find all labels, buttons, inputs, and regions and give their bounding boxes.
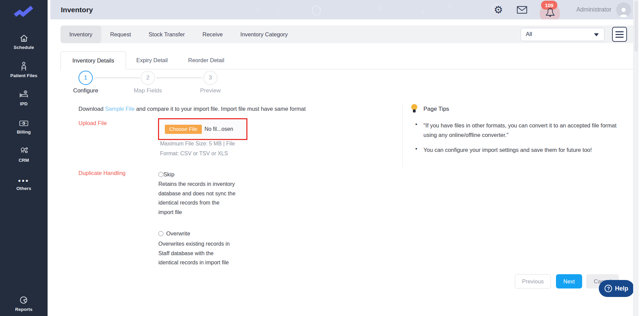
module-tabbar: Inventory Request Stock Transfer Receive…	[60, 25, 638, 43]
vertical-scrollbar[interactable]	[633, 0, 639, 316]
balloon-decoration	[312, 5, 321, 16]
network-icon	[19, 145, 29, 156]
skip-radio-label[interactable]: Skip	[163, 171, 174, 177]
tab-request[interactable]: Request	[101, 25, 140, 43]
sidebar-item-label: Schedule	[14, 45, 34, 50]
tab-stock-transfer[interactable]: Stock Transfer	[140, 25, 193, 43]
bullet-icon: •	[415, 121, 423, 140]
step-label-configure: Configure	[58, 87, 113, 94]
import-instructions: Download Sample File and compare it to y…	[79, 106, 306, 112]
previous-button[interactable]: Previous	[515, 274, 551, 288]
ellipsis-icon: •••	[18, 174, 29, 184]
sidebar-item-schedule[interactable]: Schedule	[14, 33, 34, 50]
sidebar-item-label: CRM	[19, 158, 29, 163]
subtab-expiry-detail[interactable]: Expiry Detail	[126, 51, 178, 69]
page-title: Inventory	[61, 6, 93, 14]
sidebar-item-billing[interactable]: 1 Billing	[17, 117, 31, 135]
sidebar-item-label: IPD	[20, 101, 28, 106]
sidebar-item-label: Billing	[17, 129, 31, 135]
sidebar: Schedule Patient Files IPD	[0, 0, 48, 316]
sidebar-item-others[interactable]: ••• Others	[16, 174, 31, 191]
tip-text: "If you have files in other formats, you…	[423, 121, 627, 140]
overwrite-description: Overwrites existing records in Staff dat…	[158, 239, 230, 267]
page-tips-header: Page Tips	[411, 104, 449, 114]
tip-item: • You can configure your import settings…	[415, 145, 627, 155]
upload-file-label: Upload File	[79, 120, 107, 126]
patient-icon	[19, 61, 28, 71]
home-icon	[19, 33, 29, 43]
banknote-icon: 1	[19, 117, 29, 127]
instructions-suffix: and compare it to your import file. Impo…	[135, 106, 306, 112]
duplicate-handling-label: Duplicate Handling	[79, 170, 126, 176]
sidebar-item-crm[interactable]: CRM	[19, 145, 29, 163]
top-header: ☆ ☆ ☆ ☆ ☆ Inventory ⚙ 109	[50, 0, 639, 19]
sidebar-item-label: Others	[16, 186, 31, 191]
no-file-chosen-text: No fil...osen	[205, 126, 233, 132]
subtab-reorder-detail[interactable]: Reorder Detail	[178, 51, 234, 69]
tab-inventory-category[interactable]: Inventory Category	[231, 25, 296, 43]
overwrite-radio-button[interactable]	[158, 231, 163, 236]
step-circle-3[interactable]: 3	[203, 71, 217, 85]
tab-receive[interactable]: Receive	[194, 25, 232, 43]
user-name[interactable]: Administrator	[576, 6, 611, 13]
detail-subtabs: Inventory Details Expiry Detail Reorder …	[60, 51, 639, 69]
filter-dropdown[interactable]: All	[521, 28, 605, 41]
tip-text: You can configure your import settings a…	[423, 145, 627, 155]
bed-icon	[19, 89, 29, 99]
notifications-bell[interactable]: 109	[539, 0, 561, 19]
sidebar-item-reports[interactable]: Reports	[0, 295, 48, 312]
tip-item: • "If you have files in other formats, y…	[415, 121, 627, 140]
file-size-format-hint: Maximum File Size: 5 MB | File Format: C…	[160, 139, 243, 158]
filter-dropdown-value: All	[526, 31, 532, 38]
confetti-decoration: ☆	[275, 10, 280, 16]
hamburger-menu-button[interactable]	[612, 27, 627, 42]
choose-file-button[interactable]: Choose File	[165, 125, 202, 134]
step-label-map-fields: Map Fields	[121, 87, 175, 94]
sidebar-item-ipd[interactable]: IPD	[19, 89, 29, 106]
pie-chart-icon	[19, 295, 29, 305]
overwrite-radio-label[interactable]: Overwrite	[166, 230, 190, 236]
settings-gear-icon[interactable]: ⚙	[494, 5, 503, 15]
svg-text:1: 1	[23, 122, 25, 125]
step-circle-2[interactable]: 2	[141, 71, 155, 85]
app-logo-icon[interactable]	[0, 3, 48, 22]
skip-description: Retains the records in inventory databas…	[158, 179, 236, 217]
scrollbar-thumb[interactable]	[634, 1, 638, 52]
skip-radio-row: Skip	[158, 171, 174, 178]
bell-icon	[544, 8, 556, 18]
mail-icon[interactable]	[517, 5, 527, 14]
step-connector	[94, 77, 140, 78]
overwrite-radio-row: Overwrite	[158, 230, 190, 237]
avatar[interactable]	[616, 2, 631, 17]
confetti-decoration: ☆	[421, 9, 425, 15]
confetti-decoration: ☆	[377, 3, 383, 12]
question-mark-icon: ?	[605, 285, 612, 292]
tab-inventory[interactable]: Inventory	[60, 25, 101, 43]
instructions-prefix: Download	[79, 106, 105, 112]
confetti-decoration: ☆	[446, 2, 453, 11]
file-input-highlighted[interactable]: Choose File No fil...osen	[158, 118, 247, 140]
sidebar-item-label: Patient Files	[10, 73, 37, 78]
help-button-label: Help	[615, 285, 628, 292]
sidebar-item-patient-files[interactable]: Patient Files	[10, 61, 37, 78]
subtab-inventory-details[interactable]: Inventory Details	[60, 51, 126, 70]
bullet-icon: •	[415, 145, 423, 155]
step-connector	[156, 77, 202, 78]
lightbulb-icon	[411, 104, 418, 114]
main-area: ☆ ☆ ☆ ☆ ☆ Inventory ⚙ 109	[48, 0, 639, 316]
page-tips-title: Page Tips	[423, 106, 449, 112]
step-label-preview: Preview	[183, 87, 238, 94]
tips-divider	[402, 103, 403, 167]
chevron-down-icon	[594, 33, 599, 36]
confetti-decoration: ☆	[254, 5, 261, 14]
next-button[interactable]: Next	[556, 274, 582, 288]
sidebar-nav: Schedule Patient Files IPD	[0, 33, 48, 202]
sidebar-item-label: Reports	[15, 307, 32, 312]
help-button[interactable]: ? Help	[599, 280, 634, 297]
sample-file-link[interactable]: Sample File	[105, 106, 135, 112]
skip-radio-button[interactable]	[158, 172, 163, 177]
step-circle-1[interactable]: 1	[79, 71, 93, 85]
